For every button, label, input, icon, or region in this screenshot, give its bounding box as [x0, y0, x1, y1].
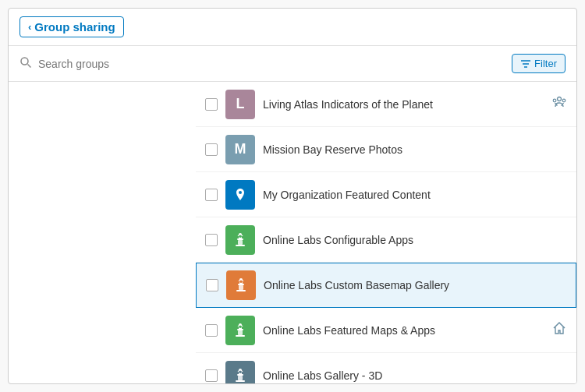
svg-line-1: [28, 64, 31, 67]
avatar-online-labs-configurable: [225, 225, 255, 255]
home-icon: [551, 320, 567, 340]
group-name-online-labs-basemap: Online Labs Custom Basemap Gallery: [264, 279, 566, 291]
group-name-mission-bay: Mission Bay Reserve Photos: [263, 143, 567, 156]
list-area: L Living Atlas Indicators of the Planet: [9, 82, 576, 383]
group-item-online-labs-basemap[interactable]: Online Labs Custom Basemap Gallery: [196, 263, 576, 308]
microscope-icon: [232, 231, 249, 249]
filter-button[interactable]: Filter: [512, 54, 566, 73]
group-item-living-atlas[interactable]: L Living Atlas Indicators of the Planet: [196, 82, 576, 127]
svg-rect-25: [238, 376, 243, 380]
microscope-icon-2: [232, 277, 250, 294]
svg-point-5: [558, 97, 562, 101]
group-name-online-labs-featured: Online Labs Featured Maps & Apps: [263, 324, 544, 337]
svg-rect-16: [236, 290, 246, 291]
checkbox-my-org[interactable]: [205, 189, 218, 201]
avatar-online-labs-gallery: [225, 361, 255, 384]
back-button[interactable]: ‹ Group sharing: [20, 16, 124, 37]
svg-rect-14: [238, 284, 244, 285]
group-item-online-labs-configurable[interactable]: Online Labs Configurable Apps: [196, 217, 576, 263]
svg-rect-9: [237, 238, 243, 240]
group-item-mission-bay[interactable]: M Mission Bay Reserve Photos: [196, 127, 576, 172]
search-icon: [20, 56, 32, 72]
microscope-icon-3: [232, 322, 249, 339]
microscope-icon-4: [232, 367, 249, 384]
group-name-online-labs-configurable: Online Labs Configurable Apps: [263, 234, 567, 246]
avatar-mission-bay: M: [225, 135, 255, 164]
group-item-online-labs-featured[interactable]: Online Labs Featured Maps & Apps: [196, 308, 576, 353]
svg-point-7: [553, 99, 556, 102]
svg-point-0: [21, 58, 28, 65]
avatar-my-org: [225, 180, 255, 210]
svg-rect-10: [238, 240, 243, 245]
pin-icon: [232, 186, 249, 203]
group-sharing-panel: ‹ Group sharing Filter: [8, 8, 577, 384]
checkbox-living-atlas[interactable]: [205, 98, 218, 111]
avatar-online-labs-featured: [225, 316, 255, 345]
svg-rect-26: [236, 380, 245, 382]
checkbox-online-labs-basemap[interactable]: [206, 279, 218, 291]
avatar-living-atlas: L: [225, 90, 255, 119]
group-item-online-labs-gallery[interactable]: Online Labs Gallery - 3D: [196, 353, 576, 383]
group-name-living-atlas: Living Atlas Indicators of the Planet: [263, 98, 544, 111]
checkbox-mission-bay[interactable]: [205, 143, 218, 156]
search-input[interactable]: [38, 58, 505, 70]
panel-header: ‹ Group sharing: [9, 9, 576, 46]
back-chevron-icon: ‹: [28, 21, 31, 33]
group-list: L Living Atlas Indicators of the Planet: [196, 82, 576, 383]
avatar-online-labs-basemap: [226, 270, 256, 300]
svg-rect-11: [236, 245, 245, 246]
left-spacer: [9, 82, 196, 383]
person-network-icon: [551, 94, 567, 114]
checkbox-online-labs-featured[interactable]: [205, 324, 218, 337]
group-name-online-labs-gallery: Online Labs Gallery - 3D: [263, 369, 567, 382]
panel-title: Group sharing: [34, 20, 115, 34]
svg-rect-15: [239, 285, 243, 290]
filter-label: Filter: [534, 58, 557, 69]
svg-point-6: [562, 99, 566, 102]
checkbox-online-labs-configurable[interactable]: [205, 234, 218, 246]
search-bar: Filter: [9, 46, 576, 82]
svg-rect-19: [237, 329, 243, 330]
group-item-my-org[interactable]: My Organization Featured Content: [196, 172, 576, 217]
group-name-my-org: My Organization Featured Content: [263, 189, 567, 201]
svg-rect-20: [238, 330, 243, 335]
checkbox-online-labs-gallery[interactable]: [205, 369, 218, 382]
svg-rect-24: [237, 374, 243, 376]
svg-rect-21: [236, 335, 245, 337]
filter-icon: [520, 58, 531, 69]
